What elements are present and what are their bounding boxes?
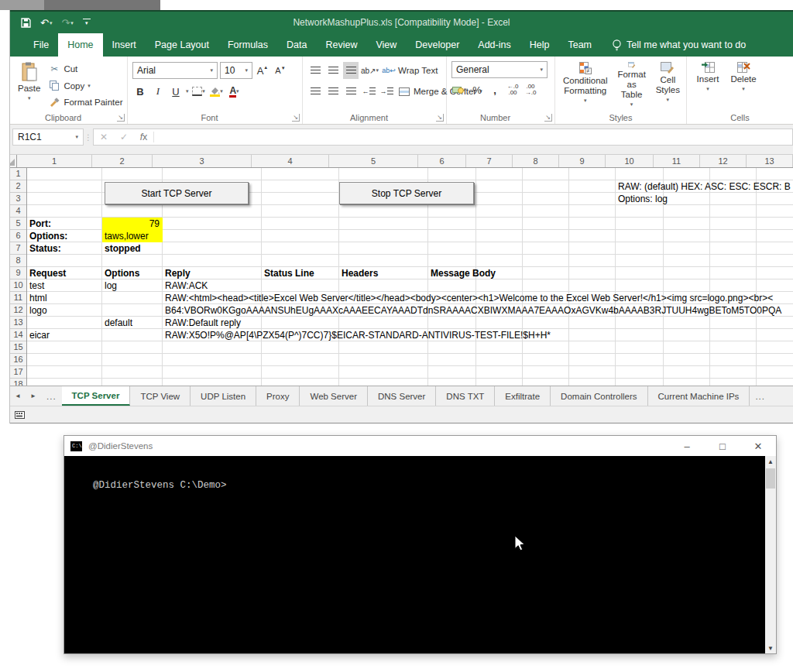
orientation-button[interactable]: ab↗▾ xyxy=(361,62,379,79)
status-mode-icon[interactable] xyxy=(15,410,26,420)
row-header-2[interactable]: 2 xyxy=(10,180,26,193)
cell-r13c2[interactable]: default xyxy=(102,317,132,329)
italic-button[interactable]: I xyxy=(150,83,166,100)
sheet-tab-proxy[interactable]: Proxy xyxy=(256,386,300,406)
menu-tab-add-ins[interactable]: Add-ins xyxy=(469,33,520,57)
increase-font-icon[interactable]: A▲ xyxy=(255,62,270,79)
row-header-17[interactable]: 17 xyxy=(10,366,26,379)
row-header-3[interactable]: 3 xyxy=(10,193,26,205)
start-tcp-server-button[interactable]: Start TCP Server xyxy=(105,182,249,204)
sheet-tab-exfiltrate[interactable]: Exfiltrate xyxy=(495,386,551,406)
menu-tab-view[interactable]: View xyxy=(366,33,406,57)
scrollbar-thumb[interactable] xyxy=(766,468,775,489)
row-header-5[interactable]: 5 xyxy=(10,218,26,230)
cell-r10c2[interactable]: log xyxy=(102,279,117,292)
maximize-button[interactable]: □ xyxy=(705,436,740,456)
cell-r12c1[interactable]: logo xyxy=(27,304,47,317)
cell-r7c1[interactable]: Status: xyxy=(27,242,61,255)
row-header-6[interactable]: 6 xyxy=(10,230,26,242)
sheet-tab-web-server[interactable]: Web Server xyxy=(300,386,368,406)
row-header-16[interactable]: 16 xyxy=(10,354,26,366)
column-header-6[interactable]: 6 xyxy=(418,155,466,167)
fill-color-button[interactable]: ▾ xyxy=(209,83,225,100)
delete-cells-button[interactable]: Delete▾ xyxy=(727,60,760,110)
row-header-13[interactable]: 13 xyxy=(10,317,26,329)
redo-icon[interactable]: ↷▾ xyxy=(61,18,73,28)
row-header-18[interactable]: 18 xyxy=(10,379,26,386)
column-header-9[interactable]: 9 xyxy=(559,155,606,167)
decrease-indent-icon[interactable]: ← xyxy=(361,83,376,100)
column-header-7[interactable]: 7 xyxy=(466,155,513,167)
console-output[interactable]: @DidierStevens C:\Demo> xyxy=(64,456,765,653)
cell-r14c1[interactable]: eicar xyxy=(27,329,50,341)
clipboard-dialog-launcher[interactable]: ↘ xyxy=(117,114,125,122)
cell-r3c10[interactable]: Options: log xyxy=(616,193,668,205)
column-header-8[interactable]: 8 xyxy=(513,155,559,167)
cell-r11c1[interactable]: html xyxy=(27,292,47,304)
cell-r5c2[interactable]: 79 xyxy=(102,218,163,230)
cell-r6c1[interactable]: Options: xyxy=(27,230,67,242)
sheet-tab-tcp-view[interactable]: TCP View xyxy=(130,386,191,406)
align-top-icon[interactable] xyxy=(307,62,323,79)
cell-r10c3[interactable]: RAW:ACK xyxy=(163,279,208,292)
row-header-12[interactable]: 12 xyxy=(10,304,26,317)
menu-tab-file[interactable]: File xyxy=(24,33,58,57)
cell-r9c1[interactable]: Request xyxy=(27,267,66,279)
cell-r11c3[interactable]: RAW:<html><head><title>Excel Web Server<… xyxy=(163,292,773,304)
menu-tab-formulas[interactable]: Formulas xyxy=(218,33,277,57)
align-left-icon[interactable] xyxy=(307,83,323,100)
undo-icon[interactable]: ↶▾ xyxy=(40,18,52,28)
cell-r5c1[interactable]: Port: xyxy=(27,218,51,230)
sheet-nav-next-icon[interactable]: ► xyxy=(26,386,41,406)
alignment-dialog-launcher[interactable]: ↘ xyxy=(436,114,444,122)
cell-r6c2[interactable]: taws,lower xyxy=(102,230,163,242)
align-middle-icon[interactable] xyxy=(325,62,341,79)
menu-tab-home[interactable]: Home xyxy=(58,33,102,57)
menu-tab-insert[interactable]: Insert xyxy=(103,33,146,57)
insert-function-icon[interactable]: fx xyxy=(134,132,154,142)
percent-style-icon[interactable]: % xyxy=(469,81,485,98)
row-header-1[interactable]: 1 xyxy=(10,168,26,180)
console-titlebar[interactable]: C:\ @DidierStevens – □ ✕ xyxy=(64,436,776,456)
column-header-12[interactable]: 12 xyxy=(700,155,747,167)
conditional-formatting-button[interactable]: ≠ Conditional Formatting▾ xyxy=(560,60,611,110)
namebox-resizer[interactable]: ⋮ xyxy=(84,133,93,142)
save-icon[interactable] xyxy=(21,18,31,28)
increase-decimal-icon[interactable]: ←.0.00 xyxy=(505,81,520,98)
sheet-tab-current-machine-ips[interactable]: Current Machine IPs xyxy=(648,386,750,406)
cell-r13c3[interactable]: RAW:Default reply xyxy=(163,317,241,329)
underline-caret[interactable]: ▾ xyxy=(186,88,189,94)
sheet-tabs-overflow-left[interactable]: ... xyxy=(41,386,62,406)
font-dialog-launcher[interactable]: ↘ xyxy=(292,114,300,122)
align-center-icon[interactable] xyxy=(325,83,341,100)
cell-r9c5[interactable]: Headers xyxy=(339,267,378,279)
increase-indent-icon[interactable]: → xyxy=(379,83,394,100)
wrap-text-button[interactable]: ab↩ Wrap Text xyxy=(381,63,439,78)
copy-button[interactable]: Copy▾ xyxy=(46,78,124,94)
menu-tab-developer[interactable]: Developer xyxy=(406,33,469,57)
row-header-4[interactable]: 4 xyxy=(10,205,26,218)
excel-titlebar[interactable]: ↶▾ ↷▾ ▾ NetworkMashupPlus.xls [Compatibi… xyxy=(10,10,793,33)
cell-r12c3[interactable]: B64:VBORw0KGgoAAAANSUhEUgAAAXcAAAEECAYAA… xyxy=(163,304,781,317)
decrease-decimal-icon[interactable]: .00→.0 xyxy=(523,81,538,98)
sheet-nav-prev-icon[interactable]: ◄ xyxy=(10,386,26,406)
row-header-11[interactable]: 11 xyxy=(10,292,26,304)
cell-styles-button[interactable]: Cell Styles▾ xyxy=(653,60,683,110)
font-size-select[interactable]: 10▾ xyxy=(220,62,252,79)
sheet-tab-domain-controllers[interactable]: Domain Controllers xyxy=(551,386,647,406)
cut-button[interactable]: ✂ Cut xyxy=(46,61,124,77)
font-family-select[interactable]: Arial▾ xyxy=(132,62,218,79)
column-header-3[interactable]: 3 xyxy=(153,155,252,167)
row-header-8[interactable]: 8 xyxy=(10,255,26,267)
menu-tab-data[interactable]: Data xyxy=(277,33,316,57)
customize-qat-icon[interactable]: ▾ xyxy=(83,19,91,26)
column-header-10[interactable]: 10 xyxy=(606,155,654,167)
cancel-entry-icon[interactable]: ✕ xyxy=(94,132,114,142)
row-header-15[interactable]: 15 xyxy=(10,341,26,354)
menu-tab-page-layout[interactable]: Page Layout xyxy=(146,33,218,57)
sheet-tabs-overflow-right[interactable]: ... xyxy=(750,386,771,406)
close-button[interactable]: ✕ xyxy=(740,436,776,456)
row-header-10[interactable]: 10 xyxy=(10,279,26,292)
number-format-select[interactable]: General▾ xyxy=(451,61,548,78)
column-header-13[interactable]: 13 xyxy=(747,155,793,167)
